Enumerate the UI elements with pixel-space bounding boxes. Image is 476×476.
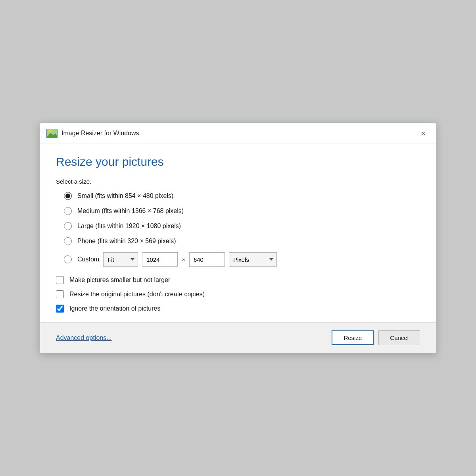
main-content: Resize your pictures Select a size. Smal… [40,144,436,313]
page-title: Resize your pictures [56,155,420,169]
radio-phone-label: Phone (fits within 320 × 569 pixels) [77,238,176,245]
unit-select[interactable]: Pixels Centimeters Inches [229,252,277,267]
checkbox-orientation[interactable]: Ignore the orientation of pictures [56,305,420,313]
title-bar: Image Resizer for Windows × [40,123,436,144]
radio-medium-input[interactable] [64,207,72,215]
title-bar-left: Image Resizer for Windows [46,129,139,138]
fit-select[interactable]: Fit Fill Stretch [103,252,138,267]
radio-custom-row: Custom Fit Fill Stretch × Pixels Centime… [64,252,420,267]
select-size-label: Select a size. [56,178,420,185]
size-radio-group: Small (fits within 854 × 480 pixels) Med… [64,192,420,267]
checkbox-smaller-input[interactable] [56,276,64,284]
resize-button[interactable]: Resize [332,330,374,345]
x-separator: × [182,256,185,263]
radio-phone[interactable]: Phone (fits within 320 × 569 pixels) [64,237,420,245]
radio-small-input[interactable] [64,192,72,200]
svg-point-3 [48,130,51,132]
custom-controls: Custom Fit Fill Stretch × Pixels Centime… [77,252,277,267]
radio-custom-input[interactable] [64,255,72,263]
footer: Advanced options... Resize Cancel [40,322,436,353]
radio-small-label: Small (fits within 854 × 480 pixels) [77,192,173,200]
footer-buttons: Resize Cancel [332,330,420,345]
checkbox-original-input[interactable] [56,290,64,298]
width-input[interactable] [142,252,178,267]
radio-small[interactable]: Small (fits within 854 × 480 pixels) [64,192,420,200]
close-button[interactable]: × [418,129,428,138]
app-icon [46,129,58,138]
checkbox-original[interactable]: Resize the original pictures (don't crea… [56,290,420,298]
radio-large-input[interactable] [64,222,72,230]
checkbox-smaller[interactable]: Make pictures smaller but not larger [56,276,420,284]
checkbox-group: Make pictures smaller but not larger Res… [56,276,420,313]
radio-medium-label: Medium (fits within 1366 × 768 pixels) [77,207,184,215]
main-dialog: Image Resizer for Windows × Resize your … [40,123,436,353]
radio-phone-input[interactable] [64,237,72,245]
app-title: Image Resizer for Windows [61,130,139,137]
radio-medium[interactable]: Medium (fits within 1366 × 768 pixels) [64,207,420,215]
custom-label: Custom [77,256,99,263]
radio-large-label: Large (fits within 1920 × 1080 pixels) [77,223,181,230]
radio-large[interactable]: Large (fits within 1920 × 1080 pixels) [64,222,420,230]
checkbox-orientation-label: Ignore the orientation of pictures [69,305,160,312]
advanced-options-link[interactable]: Advanced options... [56,334,112,342]
checkbox-original-label: Resize the original pictures (don't crea… [69,291,205,298]
cancel-button[interactable]: Cancel [378,330,420,345]
height-input[interactable] [189,252,225,267]
checkbox-orientation-input[interactable] [56,305,64,313]
checkbox-smaller-label: Make pictures smaller but not larger [69,276,170,284]
